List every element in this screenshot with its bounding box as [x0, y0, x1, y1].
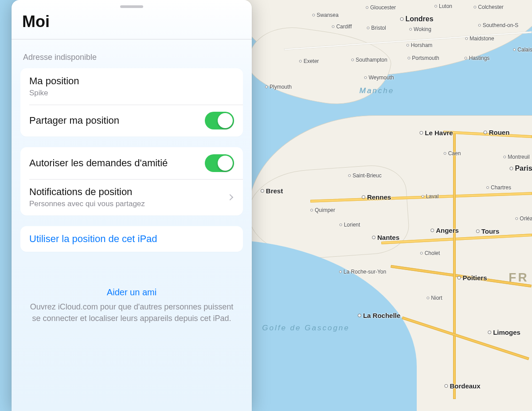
group-requests: Autoriser les demandes d'amitié Notifica… — [20, 147, 243, 215]
city-label[interactable]: Poitiers — [457, 274, 487, 282]
city-name: Rennes — [367, 193, 391, 201]
city-dot-icon — [265, 86, 268, 88]
city-name: Weymouth — [368, 74, 394, 81]
city-name: Bordeaux — [450, 382, 480, 390]
city-label[interactable]: Londres — [400, 15, 433, 23]
city-label[interactable]: Colchester — [473, 4, 503, 10]
use-this-ipad-button[interactable]: Utiliser la position de cet iPad — [20, 226, 243, 252]
city-dot-icon — [366, 6, 368, 9]
city-label[interactable]: Luton — [434, 3, 452, 9]
city-label[interactable]: Lorient — [340, 222, 360, 228]
city-dot-icon — [473, 6, 476, 8]
panel-title: Moi — [22, 12, 241, 31]
friend-requests-toggle[interactable] — [205, 154, 234, 172]
city-label[interactable]: Orléa — [515, 215, 532, 222]
city-label[interactable]: Plymouth — [265, 84, 292, 90]
city-dot-icon — [312, 14, 315, 16]
share-position-toggle[interactable] — [205, 112, 234, 129]
city-label[interactable]: Maidstone — [465, 35, 494, 42]
cell-share-position: Partager ma position — [20, 105, 243, 137]
cell-friend-requests: Autoriser les demandes d'amitié — [20, 147, 243, 179]
city-dot-icon — [430, 228, 434, 232]
city-label[interactable]: Saint-Brieuc — [348, 172, 381, 179]
city-label[interactable]: Quimper — [310, 207, 335, 213]
city-name: Luton — [439, 3, 452, 9]
city-label[interactable]: Cardiff — [332, 23, 352, 30]
help-friend-link[interactable]: Aider un ami — [27, 287, 236, 297]
city-name: Paris — [515, 164, 532, 172]
city-dot-icon — [351, 59, 354, 61]
city-label[interactable]: Rennes — [362, 193, 391, 201]
city-label[interactable]: Niort — [426, 295, 442, 301]
city-name: Laval — [426, 193, 439, 200]
group-location: Ma position Spike Partager ma position — [20, 68, 243, 137]
city-label[interactable]: La Roche-sur-Yon — [339, 269, 386, 275]
city-label[interactable]: Nantes — [372, 234, 399, 241]
city-dot-icon — [348, 174, 351, 177]
city-name: Montreuil — [508, 154, 529, 160]
city-name: Angers — [436, 227, 459, 234]
city-label[interactable]: Calais — [513, 47, 532, 53]
city-dot-icon — [515, 217, 518, 220]
help-friend-text: Ouvrez iCloud.com pour que d'autres pers… — [27, 301, 236, 324]
city-dot-icon — [426, 297, 429, 299]
city-label[interactable]: Le Havre — [419, 129, 453, 137]
city-label[interactable]: Southampton — [351, 57, 387, 63]
city-label[interactable]: Southend-on-S — [478, 22, 519, 28]
city-label[interactable]: Hastings — [465, 55, 490, 61]
city-label[interactable]: Chartres — [486, 184, 511, 191]
help-block: Aider un ami Ouvrez iCloud.com pour que … — [12, 287, 252, 324]
country-label: FR — [509, 270, 528, 285]
city-label[interactable]: Brest — [261, 187, 283, 195]
city-label[interactable]: La Rochelle — [358, 312, 400, 319]
group-use-ipad: Utiliser la position de cet iPad — [20, 226, 243, 252]
friend-requests-label: Autoriser les demandes d'amitié — [29, 157, 198, 169]
city-dot-icon — [484, 130, 487, 134]
city-label[interactable]: Swansea — [312, 12, 338, 18]
city-name: Portsmouth — [412, 55, 439, 61]
city-label[interactable]: Cholet — [420, 250, 440, 256]
city-label[interactable]: Laval — [422, 193, 439, 200]
city-label[interactable]: Bristol — [367, 25, 386, 31]
city-label[interactable]: Gloucester — [366, 4, 396, 11]
city-name: Lorient — [344, 222, 360, 228]
city-label[interactable]: Weymouth — [364, 74, 394, 81]
city-name: La Rochelle — [363, 312, 400, 319]
cell-my-position[interactable]: Ma position Spike — [20, 68, 243, 105]
city-dot-icon — [513, 48, 516, 51]
city-dot-icon — [476, 229, 480, 233]
city-dot-icon — [364, 76, 367, 79]
address-unavailable-label: Adresse indisponible — [12, 39, 252, 68]
city-name: Tours — [481, 227, 500, 235]
city-dot-icon — [478, 24, 481, 27]
city-label[interactable]: Rouen — [484, 129, 510, 136]
my-position-label: Ma position — [29, 75, 234, 87]
use-this-ipad-label: Utiliser la position de cet iPad — [29, 233, 157, 245]
city-label[interactable]: Bordeaux — [444, 382, 480, 390]
city-name: Cardiff — [336, 23, 352, 30]
city-name: Southend-on-S — [483, 22, 519, 28]
city-dot-icon — [488, 330, 491, 334]
city-dot-icon — [444, 152, 446, 155]
city-dot-icon — [409, 28, 412, 31]
city-dot-icon — [444, 384, 448, 388]
city-label[interactable]: Exeter — [299, 58, 319, 64]
city-label[interactable]: Horsham — [407, 42, 433, 48]
city-label[interactable]: Portsmouth — [407, 55, 439, 61]
city-label[interactable]: Caen — [444, 150, 461, 157]
city-dot-icon — [340, 223, 342, 226]
city-label[interactable]: Tours — [476, 227, 500, 235]
cell-position-notifications[interactable]: Notifications de position Personnes avec… — [20, 179, 243, 215]
city-dot-icon — [299, 60, 302, 63]
city-label[interactable]: Paris — [509, 164, 532, 172]
city-label[interactable]: Woking — [409, 26, 431, 32]
city-dot-icon — [332, 25, 334, 28]
city-dot-icon — [419, 131, 423, 134]
city-dot-icon — [367, 27, 369, 29]
city-name: Swansea — [317, 12, 338, 18]
city-name: Maidstone — [469, 35, 494, 42]
city-label[interactable]: Limoges — [488, 329, 520, 336]
city-label[interactable]: Montreuil — [503, 154, 529, 160]
share-position-label: Partager ma position — [29, 115, 198, 126]
city-label[interactable]: Angers — [430, 227, 459, 234]
